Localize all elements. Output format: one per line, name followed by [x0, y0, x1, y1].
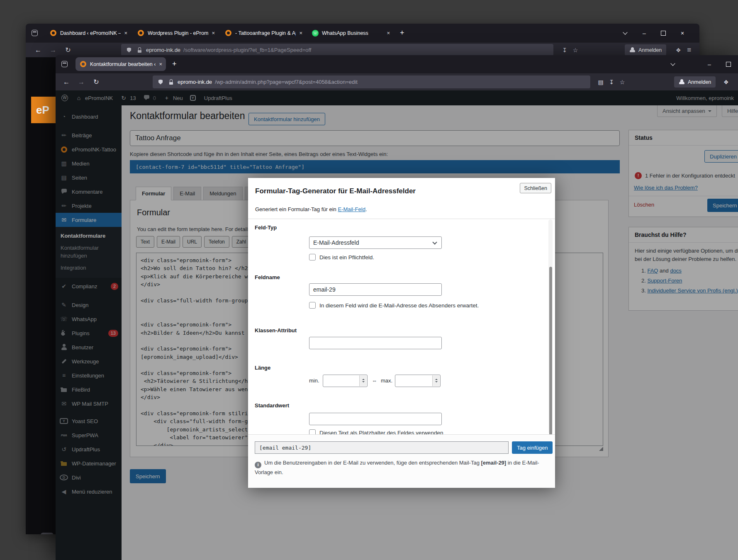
new-tab-button[interactable]: + — [396, 29, 409, 37]
required-checkbox[interactable] — [309, 254, 316, 261]
chevron-down-icon — [432, 240, 437, 244]
browser-tab[interactable]: WhatsApp Business × — [308, 26, 394, 40]
minimize-icon[interactable]: – — [700, 61, 719, 68]
browser-window-front: Kontaktformular bearbeiten ‹ e × + – ← →… — [56, 55, 738, 560]
save-page-icon[interactable]: ↧ — [559, 47, 570, 54]
tag-generator-dialog: Schließen Formular-Tag-Generator für E-M… — [248, 178, 555, 488]
tab-title: WhatsApp Business — [322, 30, 383, 36]
url-input[interactable]: epromo-ink.de/wp-admin/admin.php?page=wp… — [153, 75, 590, 88]
account-label: Anmelden — [638, 47, 662, 53]
account-icon — [629, 47, 636, 53]
class-attribute-input[interactable] — [309, 337, 442, 349]
field-type-select[interactable]: E-Mail-Adressfeld — [309, 236, 442, 249]
min-length-input[interactable] — [323, 375, 368, 387]
forward-icon[interactable]: → — [74, 78, 89, 86]
close-dialog-button[interactable]: Schließen — [520, 183, 551, 193]
save-page-icon[interactable]: ↧ — [606, 79, 617, 85]
front-tab-bar: Kontaktformular bearbeiten ‹ e × + – — [56, 55, 738, 73]
field-type-label: Feld-Typ — [255, 224, 277, 231]
browser-tab[interactable]: - Tattooanfrage Plugin & App f × — [221, 26, 306, 40]
account-icon — [679, 79, 685, 85]
fieldname-input[interactable] — [309, 283, 442, 296]
browser-tab-active[interactable]: Kontaktformular bearbeiten ‹ e × — [76, 57, 166, 71]
list-tabs-icon[interactable] — [663, 61, 682, 68]
firefox-view-icon[interactable] — [32, 30, 38, 36]
site-logo: eP — [31, 97, 56, 123]
default-value-label: Standardwert — [255, 402, 289, 409]
front-url-bar: ← → ↻ epromo-ink.de/wp-admin/admin.php?p… — [56, 73, 738, 90]
list-tabs-icon[interactable] — [616, 29, 635, 37]
lock-icon[interactable] — [167, 78, 175, 86]
max-label: max. — [381, 377, 392, 384]
tab-close-icon[interactable]: × — [124, 30, 127, 36]
extensions-icon[interactable]: ❖ — [721, 79, 731, 85]
dialog-footer: Tag einfügen Um die Benutzereingaben in … — [248, 434, 555, 488]
fieldname-label: Feldname — [255, 274, 280, 280]
back-page-content: eP ⋮ — [26, 57, 56, 534]
back-window-controls: – × — [616, 29, 699, 37]
back-icon[interactable]: ← — [59, 78, 74, 86]
dialog-title: Formular-Tag-Generator für E-Mail-Adress… — [255, 187, 416, 195]
tab-close-icon[interactable]: × — [212, 30, 215, 36]
url-domain: epromo-ink.de — [178, 79, 212, 85]
default-value-input[interactable] — [309, 413, 442, 425]
account-label: Anmelden — [688, 79, 711, 85]
url-input[interactable]: epromo-ink.de/software/wordpress-plugin/… — [121, 44, 553, 56]
tab-title: Wordpress Plugin - ePromoINK — [148, 30, 208, 36]
maximize-icon[interactable] — [719, 61, 738, 68]
tab-title: Dashboard ‹ ePromoINK – Wor — [60, 30, 121, 36]
mail-tag: [email-29] — [481, 460, 506, 466]
reload-icon[interactable]: ↻ — [61, 46, 76, 54]
min-label: min. — [309, 377, 319, 384]
tab-close-icon[interactable]: × — [299, 30, 302, 36]
url-domain: epromo-ink.de — [146, 47, 180, 53]
tracking-shield-icon[interactable] — [125, 46, 133, 54]
close-icon[interactable]: × — [673, 30, 692, 37]
maximize-icon[interactable] — [654, 29, 673, 37]
tab-favicon-icon — [49, 29, 57, 37]
bookmark-star-icon[interactable]: ☆ — [570, 47, 581, 54]
forward-icon[interactable]: → — [46, 46, 61, 54]
scrollbar-thumb[interactable] — [549, 267, 552, 458]
max-length-input[interactable] — [395, 375, 441, 387]
number-spinner[interactable] — [432, 375, 440, 386]
account-login-button[interactable]: Anmelden — [674, 76, 716, 88]
tab-close-icon[interactable]: × — [159, 61, 162, 67]
sender-email-checkbox[interactable] — [309, 302, 316, 309]
tab-favicon-icon — [137, 29, 144, 37]
front-window-controls: – — [663, 61, 738, 68]
url-path: /software/wordpress-plugin/?et_fb=1&Page… — [183, 47, 311, 53]
tab-close-icon[interactable]: × — [387, 30, 390, 36]
floating-menu-button[interactable]: ⋮ — [41, 533, 54, 534]
new-tab-button[interactable]: + — [168, 60, 181, 68]
extensions-icon[interactable]: ❖ — [673, 47, 684, 54]
required-checkbox-row: Dies ist ein Pflichtfeld. — [309, 254, 374, 261]
number-spinner[interactable] — [359, 375, 367, 386]
range-arrow: ⇔ — [372, 377, 377, 384]
tab-title: Kontaktformular bearbeiten ‹ e — [90, 61, 156, 67]
insert-tag-button[interactable]: Tag einfügen — [512, 441, 553, 454]
browser-tab[interactable]: Wordpress Plugin - ePromoINK × — [133, 26, 219, 40]
reader-view-icon[interactable]: ▤ — [595, 79, 606, 85]
browser-tab[interactable]: Dashboard ‹ ePromoINK – Wor × — [46, 26, 131, 40]
mail-tag-info: Um die Benutzereingaben in der E-Mail zu… — [255, 459, 545, 476]
tab-title: - Tattooanfrage Plugin & App f — [235, 30, 296, 36]
back-tab-bar: Dashboard ‹ ePromoINK – Wor × Wordpress … — [26, 24, 699, 42]
info-icon — [255, 462, 261, 468]
reload-icon[interactable]: ↻ — [89, 78, 104, 86]
tracking-shield-icon[interactable] — [157, 78, 164, 86]
back-icon[interactable]: ← — [31, 46, 46, 54]
generated-tag-input[interactable] — [255, 441, 509, 454]
class-attribute-label: Klassen-Attribut — [255, 327, 297, 334]
dialog-scrollbar[interactable] — [548, 219, 553, 434]
account-login-button[interactable]: Anmelden — [625, 44, 666, 56]
length-label: Länge — [255, 365, 270, 371]
menu-icon[interactable]: ≡ — [684, 46, 694, 54]
bookmark-star-icon[interactable]: ☆ — [617, 79, 628, 85]
divider — [248, 219, 555, 219]
email-field-link[interactable]: E-Mail-Feld — [338, 206, 365, 212]
tab-favicon-icon — [312, 30, 319, 37]
minimize-icon[interactable]: – — [635, 30, 654, 37]
lock-icon[interactable] — [136, 46, 143, 54]
firefox-view-icon[interactable] — [61, 61, 68, 67]
